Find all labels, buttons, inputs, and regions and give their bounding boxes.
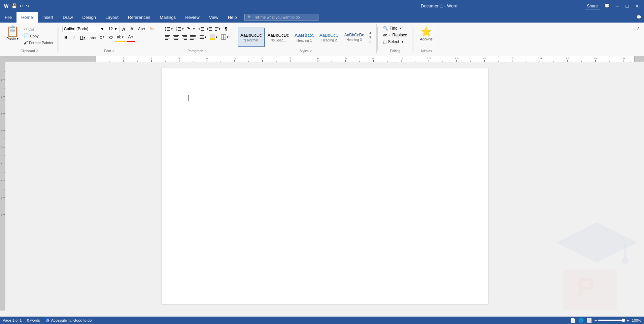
font-grow-button[interactable]: A (120, 25, 128, 33)
menu-design[interactable]: Design (78, 12, 101, 23)
view-focus-button[interactable]: ⬜ (586, 318, 592, 323)
styles-scroll-up[interactable]: ▲ (368, 30, 373, 35)
quick-access-save[interactable]: 💾 (11, 3, 18, 9)
borders-button[interactable]: ▼ (219, 33, 230, 41)
svg-rect-3 (167, 27, 170, 28)
menu-draw[interactable]: Draw (58, 12, 77, 23)
styles-expand-icon[interactable]: ↗ (309, 50, 312, 53)
styles-scroll-down[interactable]: ▼ (368, 35, 373, 39)
clear-formatting-button[interactable]: A ✕ (148, 25, 156, 33)
style-normal[interactable]: AaBbCcDc ¶ Normal (238, 28, 265, 47)
show-marks-button[interactable]: ¶ (222, 25, 230, 33)
separator-4 (377, 27, 378, 51)
align-center-button[interactable] (172, 33, 180, 41)
ruler-active[interactable]: ruler ticks drawn in SVG 1 2 3 4 5 6 7 8 (96, 56, 635, 62)
menu-file[interactable]: File (0, 12, 16, 23)
select-button[interactable]: ⬚ Select ▼ (381, 39, 406, 45)
menu-review[interactable]: Review (180, 12, 204, 23)
underline-button[interactable]: U ▼ (78, 34, 88, 41)
paste-button[interactable]: 📋 Paste ▼ (4, 25, 22, 41)
find-button[interactable]: 🔍 Find ▼ (381, 25, 404, 31)
search-box[interactable]: 🔍 Tell me what you want to do (244, 14, 318, 21)
chat-icon[interactable]: 💬 (636, 15, 641, 20)
borders-dropdown-icon[interactable]: ▼ (226, 36, 229, 39)
subscript-button[interactable]: X2 (98, 34, 106, 41)
menu-home[interactable]: Home (16, 12, 38, 23)
maximize-button[interactable]: □ (624, 3, 631, 9)
paste-dropdown-icon[interactable]: ▼ (16, 37, 19, 40)
view-web-layout-button[interactable]: 🌐 (578, 318, 584, 323)
horizontal-ruler: ruler ticks drawn in SVG 1 2 3 4 5 6 7 8 (0, 56, 644, 62)
search-placeholder: Tell me what you want to do (254, 15, 300, 19)
minimize-button[interactable]: ─ (614, 3, 621, 9)
select-dropdown-icon[interactable]: ▼ (401, 40, 404, 43)
addins-button[interactable]: ⭐ Add-ins (418, 25, 435, 42)
font-case-button[interactable]: Aa ▼ (136, 25, 147, 33)
accessibility-status[interactable]: ♿ Accessibility: Good to go (45, 318, 92, 323)
view-print-layout-button[interactable]: 📄 (570, 318, 576, 323)
line-spacing-button[interactable]: ▼ (197, 33, 208, 41)
zoom-in-button[interactable]: + (626, 318, 629, 323)
font-size-selector[interactable]: 12 ▼ (107, 26, 120, 32)
menu-mailings[interactable]: Mailings (155, 12, 181, 23)
zoom-percentage[interactable]: 100% (632, 318, 641, 322)
document-page[interactable] (162, 68, 488, 304)
menu-insert[interactable]: Insert (38, 12, 58, 23)
close-button[interactable]: ✕ (633, 3, 641, 9)
menu-view[interactable]: View (204, 12, 223, 23)
font-shrink-button[interactable]: A (128, 25, 136, 33)
number-dropdown-icon[interactable]: ▼ (181, 28, 184, 31)
styles-more[interactable]: ⊞ (368, 40, 373, 44)
shading-dropdown-icon[interactable]: ▼ (215, 36, 218, 39)
document-area[interactable] (5, 62, 644, 311)
format-painter-button[interactable]: 🖌 Format Painter (22, 39, 55, 46)
svg-text:8: 8 (1, 197, 2, 199)
font-color-button[interactable]: A ▼ (127, 33, 135, 41)
strikethrough-button[interactable]: abc (88, 34, 97, 41)
bullet-list-button[interactable]: ▼ (164, 25, 174, 33)
comments-button[interactable]: 💬 (603, 3, 611, 9)
decrease-indent-button[interactable] (197, 25, 205, 33)
text-highlight-button[interactable]: ab ▼ (115, 33, 126, 41)
replace-label: Replace (393, 33, 407, 37)
collapse-ribbon-button[interactable]: ∧ (636, 25, 641, 31)
menu-layout[interactable]: Layout (101, 12, 123, 23)
menu-help[interactable]: Help (223, 12, 242, 23)
style-heading3[interactable]: AaBbCcDc Heading 3 (342, 28, 367, 47)
svg-rect-42 (182, 38, 187, 38)
align-right-button[interactable] (180, 33, 189, 41)
line-spacing-dropdown-icon[interactable]: ▼ (204, 36, 207, 39)
style-heading1[interactable]: AaBbCc Heading 1 (292, 28, 316, 47)
svg-rect-7 (167, 30, 170, 31)
replace-button[interactable]: ab→ Replace (381, 32, 409, 38)
font-name-selector[interactable]: Calibri (Body) ▼ (62, 26, 106, 32)
clipboard-expand-icon[interactable]: ↗ (36, 50, 38, 53)
align-left-button[interactable] (164, 33, 172, 41)
copy-button[interactable]: 📄 Copy (22, 33, 55, 39)
font-expand-icon[interactable]: ↗ (112, 50, 114, 53)
svg-text:7: 7 (1, 180, 2, 182)
increase-indent-button[interactable] (205, 25, 213, 33)
bullet-dropdown-icon[interactable]: ▼ (170, 28, 173, 31)
cut-button[interactable]: ✂ Cut (22, 26, 55, 32)
superscript-button[interactable]: X2 (107, 34, 115, 41)
bold-button[interactable]: B (62, 34, 70, 41)
find-dropdown-icon[interactable]: ▼ (400, 27, 402, 30)
multilevel-list-button[interactable]: ▼ (186, 25, 197, 33)
share-button[interactable]: Share (585, 3, 600, 9)
sort-button[interactable] (214, 25, 222, 33)
quick-access-undo[interactable]: ↩ (19, 3, 24, 9)
justify-button[interactable] (189, 33, 197, 41)
zoom-out-button[interactable]: − (595, 318, 597, 323)
numbered-list-button[interactable]: 1.2.3. ▼ (175, 25, 185, 33)
ribbon: 📋 Paste ▼ ✂ Cut 📄 Copy (0, 23, 644, 56)
menu-references[interactable]: References (123, 12, 155, 23)
zoom-slider[interactable] (598, 320, 625, 321)
italic-button[interactable]: I (70, 34, 78, 41)
style-heading2[interactable]: AaBbCcC Heading 2 (317, 28, 341, 47)
shading-button[interactable]: ▼ (208, 33, 219, 41)
multilevel-dropdown-icon[interactable]: ▼ (193, 28, 195, 31)
style-no-spacing[interactable]: AaBbCcDc No Spac... (265, 28, 292, 47)
paragraph-expand-icon[interactable]: ↗ (204, 50, 207, 53)
quick-access-redo[interactable]: ↪ (25, 3, 30, 9)
